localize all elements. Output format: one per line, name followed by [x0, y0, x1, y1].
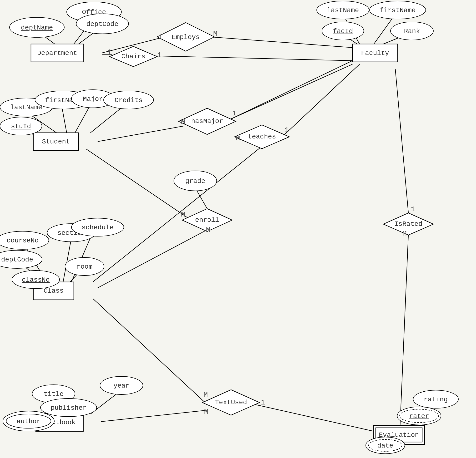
attr-class-classno-label: classNo [22, 276, 50, 283]
card-israted-eval: M [402, 230, 407, 238]
attr-class-schedule-label: schedule [82, 224, 114, 231]
svg-line-18 [98, 126, 183, 142]
card-textused-class: M [204, 391, 208, 399]
attr-deptcode-label: deptCode [86, 20, 118, 28]
attr-faculty-rank-label: Rank [404, 28, 420, 35]
svg-line-36 [255, 404, 376, 432]
svg-line-22 [98, 229, 208, 288]
entity-department-label: Department [37, 50, 77, 57]
rel-hasmajor-label: hasMajor [191, 117, 223, 125]
attr-class-courseno-label: courseNo [7, 237, 39, 244]
entity-faculty-label: Faculty [361, 50, 389, 57]
attr-student-stuid-label: stuId [11, 123, 31, 130]
svg-line-38 [400, 234, 408, 426]
attr-grade-label: grade [185, 177, 205, 185]
attr-eval-date-label: date [377, 442, 393, 450]
svg-line-12 [283, 64, 360, 136]
card-enroll-student: M [181, 211, 185, 219]
attr-student-major-label: Major [83, 95, 103, 103]
svg-line-16 [75, 105, 91, 133]
card-teaches-m: M [236, 134, 240, 142]
attr-eval-rating-label: rating [424, 396, 448, 403]
attr-class-room-label: room [76, 263, 92, 271]
attr-textbook-publisher-label: publisher [51, 404, 86, 412]
card-israted-fac: 1 [411, 205, 415, 213]
card-chairs-fac: 1 [157, 51, 162, 59]
rel-teaches-label: teaches [248, 133, 276, 140]
card-hasmajor-m: M [181, 118, 185, 126]
svg-line-6 [155, 56, 352, 61]
card-employs-1: 1 [158, 33, 163, 42]
attr-eval-rater-label: rater [409, 413, 429, 420]
rel-employs-label: Employs [172, 33, 200, 41]
er-diagram: Department Faculty Student Class Textboo… [0, 0, 476, 458]
attr-textbook-author-label: author [17, 418, 41, 425]
svg-line-11 [231, 61, 352, 119]
svg-line-35 [101, 410, 207, 422]
card-chairs-dept: 1 [107, 48, 111, 56]
attr-faculty-lastname-label: lastName [327, 7, 359, 14]
attr-student-lastname-label: lastName [10, 104, 42, 111]
svg-line-20 [86, 149, 189, 219]
rel-textused-label: TextUsed [215, 399, 247, 406]
rel-enroll-label: enroll [195, 216, 219, 224]
svg-line-14 [62, 107, 67, 133]
attr-textbook-year-label: year [113, 382, 129, 390]
card-employs-m: M [213, 30, 217, 38]
card-enroll-class: M [206, 226, 210, 234]
svg-line-19 [231, 64, 352, 119]
attr-class-deptcode-label: deptCode [1, 256, 33, 263]
rel-chairs-label: Chairs [121, 53, 145, 60]
attr-deptname-label: deptName [21, 24, 53, 31]
rel-israted-label: IsRated [394, 220, 422, 228]
card-teaches-1: 1 [285, 126, 289, 134]
card-hasmajor-1: 1 [232, 109, 237, 117]
svg-line-37 [395, 69, 408, 213]
card-textused-textbook: M [204, 408, 208, 416]
attr-faculty-facid-label: facId [333, 28, 353, 35]
entity-class-label: Class [43, 287, 64, 295]
attr-faculty-firstname-label: firstName [380, 7, 416, 14]
attr-textbook-title-label: title [43, 391, 64, 398]
attr-student-credits-label: Credits [115, 97, 143, 104]
svg-line-23 [93, 146, 262, 282]
svg-line-17 [91, 106, 124, 133]
entity-student-label: Student [42, 138, 70, 145]
svg-line-27 [63, 238, 71, 282]
card-textused-eval: 1 [261, 399, 265, 407]
